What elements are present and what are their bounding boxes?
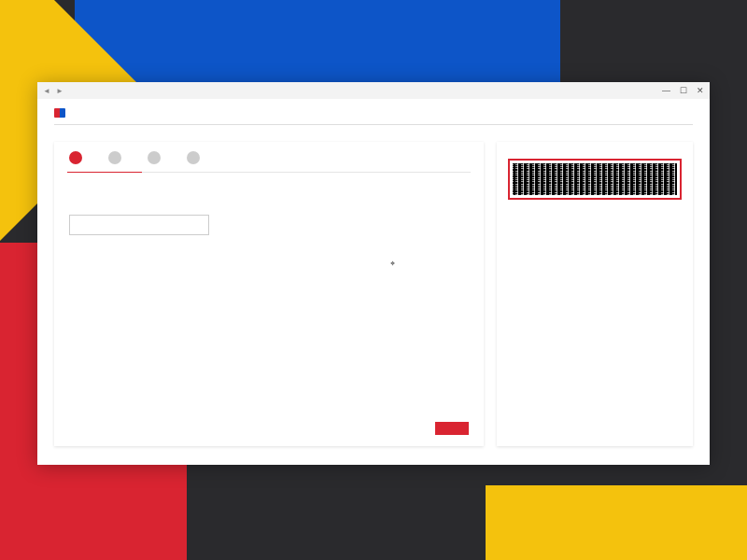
cursor-icon: ⌖ [390,259,395,269]
pdf417-barcode [513,163,677,195]
step-number [187,151,200,164]
brand-logo [37,99,710,120]
receipt-barcode-region [508,159,682,200]
step-ingresa-boleta[interactable] [69,151,88,164]
step-number [69,151,82,164]
maximize-button[interactable]: ☐ [680,86,687,95]
next-button[interactable] [435,422,469,435]
step-number [108,151,121,164]
minimize-button[interactable]: — [662,86,670,95]
step-ingresa-dni[interactable] [108,151,127,164]
nav-back-icon[interactable]: ◄ [43,87,50,95]
nav-forward-icon[interactable]: ► [56,87,63,95]
close-button[interactable]: ✕ [697,86,704,95]
receipt-preview [497,142,693,446]
stepper [69,151,469,172]
wizard-card: ⌖ [54,142,484,446]
boleta-code-input[interactable] [69,215,209,235]
step-number [148,151,161,164]
step-ingresa-sku[interactable] [148,151,166,164]
brand-icon [54,108,65,118]
titlebar: ◄ ► — ☐ ✕ [37,82,710,99]
step-firma[interactable] [187,151,205,164]
app-window: ◄ ► — ☐ ✕ [37,82,710,465]
